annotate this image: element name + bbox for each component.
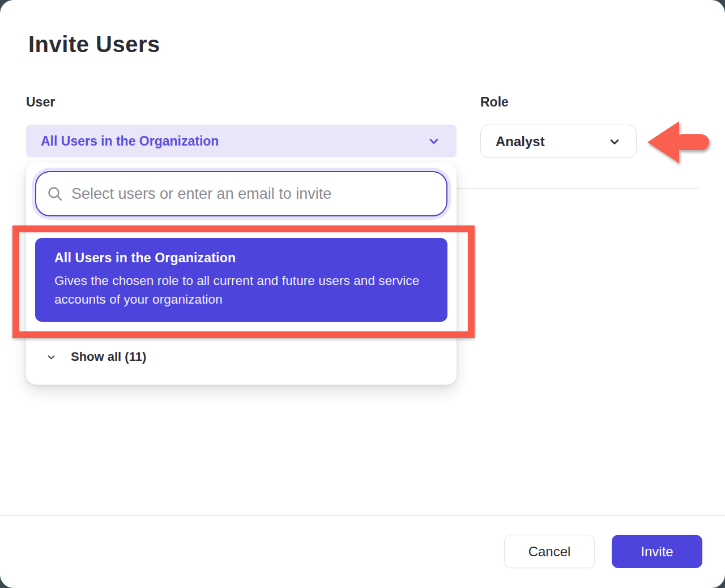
chevron-down-icon (427, 134, 441, 148)
chevron-down-icon (46, 352, 56, 362)
chevron-down-icon (608, 135, 621, 148)
user-field-label: User (26, 95, 55, 110)
user-dropdown-panel: All Users in the Organization Gives the … (26, 163, 457, 385)
footer-divider (0, 515, 725, 516)
annotation-arrow-icon (646, 118, 710, 165)
page-title: Invite Users (28, 32, 160, 57)
option-all-users[interactable]: All Users in the Organization Gives the … (35, 238, 447, 322)
user-search-input[interactable] (71, 185, 435, 203)
option-description: Gives the chosen role to all current and… (54, 271, 428, 309)
invite-button[interactable]: Invite (612, 535, 702, 568)
role-field-label: Role (480, 95, 509, 110)
role-select-dropdown[interactable]: Analyst (480, 125, 637, 158)
user-search-box (35, 171, 447, 216)
invite-users-modal: Invite Users User Role All Users in the … (0, 0, 725, 588)
user-select-dropdown[interactable]: All Users in the Organization (26, 125, 457, 157)
cancel-button[interactable]: Cancel (504, 535, 595, 568)
show-all-label: Show all (11) (71, 350, 146, 364)
role-select-value: Analyst (496, 134, 608, 150)
option-title: All Users in the Organization (54, 250, 428, 266)
show-all-toggle[interactable]: Show all (11) (26, 343, 457, 371)
user-select-value: All Users in the Organization (41, 134, 427, 149)
search-icon (46, 185, 63, 202)
